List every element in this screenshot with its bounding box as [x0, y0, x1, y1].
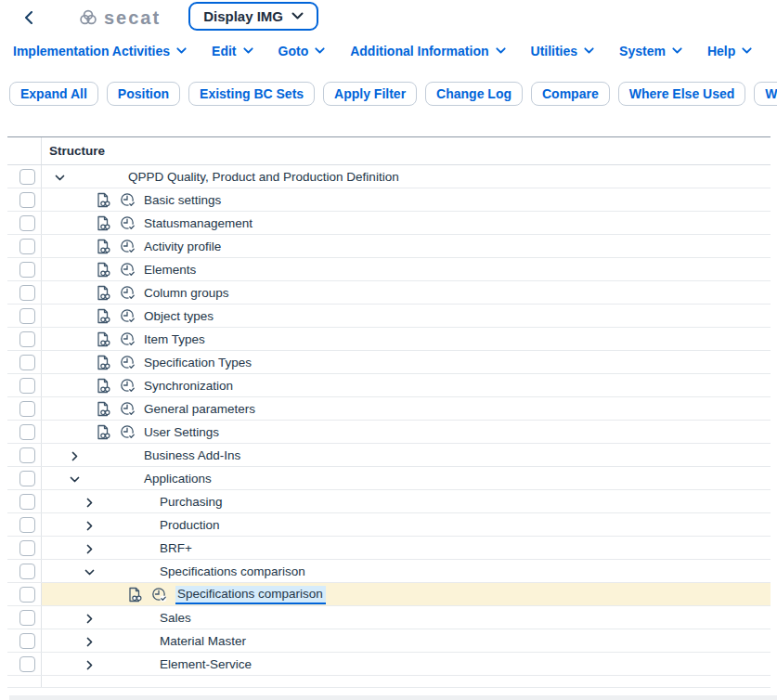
activity-clock-icon[interactable]	[120, 262, 136, 281]
row-checkbox[interactable]	[19, 587, 35, 603]
tree-node-label[interactable]: Business Add-Ins	[144, 447, 240, 463]
expand-all-button[interactable]: Expand All	[9, 82, 98, 106]
apply-filter-button[interactable]: Apply Filter	[323, 82, 417, 106]
row-checkbox[interactable]	[19, 471, 35, 486]
row-checkbox[interactable]	[19, 355, 35, 370]
tree-node-label[interactable]: Sales	[160, 610, 191, 626]
row-content: Activity profile	[42, 235, 771, 257]
tree-node-label[interactable]: Specifications comparison	[175, 586, 326, 604]
documentation-icon[interactable]	[96, 424, 110, 444]
documentation-icon[interactable]	[96, 192, 110, 212]
row-content: Specifications comparison	[42, 583, 771, 605]
compare-button[interactable]: Compare	[531, 82, 610, 106]
documentation-icon[interactable]	[96, 378, 110, 397]
row-checkbox[interactable]	[19, 331, 35, 347]
row-checkbox[interactable]	[19, 192, 35, 208]
position-button[interactable]: Position	[107, 82, 180, 106]
where-used-in-transports-button[interactable]: Where Used in Transports	[754, 82, 777, 106]
row-checkbox[interactable]	[19, 494, 35, 510]
tree-node-label[interactable]: Item Types	[144, 331, 205, 347]
activity-clock-icon[interactable]	[120, 192, 136, 212]
activity-clock-icon[interactable]	[120, 239, 136, 258]
tree-node-label[interactable]: User Settings	[144, 424, 219, 440]
tree-expand-icon[interactable]	[84, 658, 96, 670]
row-checkbox[interactable]	[19, 564, 35, 579]
row-checkbox[interactable]	[19, 308, 35, 324]
tree-node-label[interactable]: Elements	[144, 262, 196, 278]
activity-clock-icon[interactable]	[120, 285, 136, 305]
tree-node-label[interactable]: Activity profile	[144, 239, 221, 254]
row-checkbox[interactable]	[19, 401, 35, 417]
tree-node-label[interactable]: Material Master	[160, 633, 246, 649]
row-checkbox[interactable]	[19, 447, 35, 463]
tree-node-label[interactable]: Basic settings	[144, 192, 221, 208]
documentation-icon[interactable]	[96, 401, 110, 421]
where-else-used-button[interactable]: Where Else Used	[618, 82, 746, 106]
tree-node-label[interactable]: Synchronization	[144, 378, 233, 394]
tree-node-label[interactable]: General parameters	[144, 401, 255, 417]
tree-node-label[interactable]: Element-Service	[160, 656, 252, 672]
documentation-icon[interactable]	[96, 308, 110, 328]
tree-node-label[interactable]: Applications	[144, 471, 212, 486]
menu-item-additional-information[interactable]: Additional Information	[350, 44, 505, 58]
menu-item-help[interactable]: Help	[707, 44, 752, 58]
display-img-button[interactable]: Display IMG	[188, 2, 318, 31]
row-checkbox[interactable]	[19, 239, 35, 254]
activity-clock-icon[interactable]	[120, 331, 136, 351]
tree-node-label[interactable]: Purchasing	[160, 494, 223, 510]
activity-clock-icon[interactable]	[120, 401, 136, 421]
menu-item-implementation-activities[interactable]: Implementation Activities	[13, 44, 187, 58]
tree-node-label[interactable]: Column groups	[144, 285, 229, 301]
tree-expand-icon[interactable]	[69, 449, 81, 461]
row-checkbox[interactable]	[19, 262, 35, 278]
row-checkbox[interactable]	[19, 540, 35, 556]
activity-clock-icon[interactable]	[120, 424, 136, 444]
chevron-down-icon	[496, 47, 506, 55]
tree-node-label[interactable]: Specifications comparison	[160, 564, 305, 579]
documentation-icon[interactable]	[96, 331, 110, 351]
tree-collapse-icon[interactable]	[69, 473, 81, 485]
row-checkbox[interactable]	[19, 517, 35, 533]
tree-node-label[interactable]: Specification Types	[144, 355, 252, 370]
activity-clock-icon[interactable]	[151, 587, 167, 606]
back-icon[interactable]	[19, 7, 39, 28]
tree-collapse-icon[interactable]	[54, 171, 66, 183]
row-checkbox[interactable]	[19, 656, 35, 672]
tree-expand-icon[interactable]	[84, 612, 96, 624]
menu-item-edit[interactable]: Edit	[212, 44, 253, 58]
row-checkbox[interactable]	[19, 169, 35, 185]
documentation-icon[interactable]	[96, 285, 110, 305]
tree-node-label[interactable]: QPPD Quality, Product and Production Def…	[128, 169, 399, 185]
menu-item-goto[interactable]: Goto	[278, 44, 326, 58]
row-checkbox[interactable]	[19, 215, 35, 231]
documentation-icon[interactable]	[127, 587, 142, 606]
row-checkbox[interactable]	[19, 633, 35, 649]
menu-item-utilities[interactable]: Utilities	[531, 44, 595, 58]
documentation-icon[interactable]	[96, 262, 110, 281]
tree-expand-icon[interactable]	[84, 519, 96, 531]
change-log-button[interactable]: Change Log	[425, 82, 523, 106]
tree-expand-icon[interactable]	[84, 635, 96, 647]
activity-clock-icon[interactable]	[120, 308, 136, 328]
row-content: Statusmanagement	[42, 212, 771, 234]
checkbox-cell	[7, 490, 42, 512]
tree-node-label[interactable]: Statusmanagement	[144, 215, 253, 231]
activity-clock-icon[interactable]	[120, 378, 136, 397]
row-checkbox[interactable]	[19, 285, 35, 301]
activity-clock-icon[interactable]	[120, 355, 136, 374]
row-checkbox[interactable]	[19, 424, 35, 440]
menu-item-system[interactable]: System	[619, 44, 682, 58]
tree-expand-icon[interactable]	[84, 542, 96, 554]
row-checkbox[interactable]	[19, 378, 35, 394]
tree-collapse-icon[interactable]	[84, 565, 96, 577]
activity-clock-icon[interactable]	[120, 215, 136, 235]
tree-node-label[interactable]: Production	[160, 517, 220, 533]
tree-node-label[interactable]: BRF+	[160, 540, 192, 556]
row-checkbox[interactable]	[19, 610, 35, 626]
existing-bc-sets-button[interactable]: Existing BC Sets	[188, 82, 315, 106]
tree-node-label[interactable]: Object types	[144, 308, 214, 324]
tree-expand-icon[interactable]	[84, 496, 96, 508]
documentation-icon[interactable]	[96, 239, 110, 258]
documentation-icon[interactable]	[96, 355, 110, 374]
documentation-icon[interactable]	[96, 215, 110, 235]
